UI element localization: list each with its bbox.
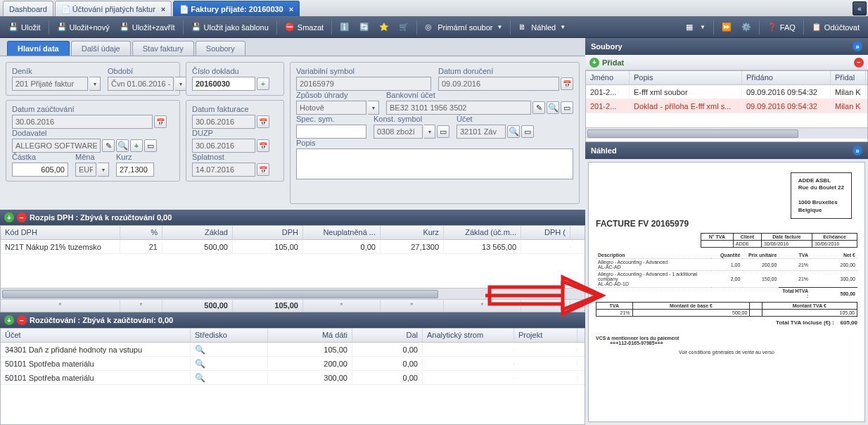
supplier-search-button[interactable]: 🔍 (116, 139, 129, 152)
tab-invoice-status[interactable]: Stav faktury (132, 41, 194, 56)
calendar-button[interactable]: 📅 (257, 163, 269, 176)
col-header[interactable]: DPH (233, 226, 303, 239)
expand-preview-button[interactable]: » (853, 146, 862, 156)
settings-button[interactable]: ⚙️ (737, 19, 755, 36)
variable-symbol-input[interactable] (296, 77, 431, 91)
bank-clear-button[interactable]: ▭ (561, 101, 573, 114)
table-row[interactable]: 50101 Spotřeba materiálu 🔍 300,00 0,00 (1, 371, 585, 385)
horizontal-scrollbar[interactable] (586, 127, 867, 139)
refresh-button[interactable]: 🔄 (355, 19, 374, 36)
table-row[interactable]: 201-2... Doklad - příloha E-fff xml s...… (586, 99, 867, 113)
description-input[interactable] (296, 148, 573, 179)
expand-right-panel-button[interactable]: « (853, 1, 867, 15)
bank-edit-button[interactable]: ✎ (532, 101, 545, 114)
posting-date-input[interactable] (12, 115, 153, 129)
const-symbol-input[interactable] (374, 125, 423, 139)
search-icon[interactable]: 🔍 (195, 345, 205, 355)
dropdown-button[interactable]: ▾ (98, 163, 109, 177)
delete-file-button[interactable]: − (854, 58, 864, 68)
remove-row-button[interactable]: − (17, 315, 27, 325)
rate-input[interactable] (116, 163, 154, 177)
tab-invoice-processing[interactable]: 📄 Účtování přijatých faktur × (55, 1, 172, 16)
add-row-button[interactable]: + (4, 212, 14, 222)
tax-date-input[interactable] (192, 139, 255, 153)
dropdown-button[interactable]: ▾ (424, 125, 435, 139)
tab-dashboard[interactable]: Dashboard (3, 1, 53, 16)
delivery-date-input[interactable] (438, 77, 559, 91)
nav-prev-button[interactable]: ⏩ (717, 19, 736, 36)
close-icon[interactable]: × (289, 5, 293, 13)
number-action-button[interactable]: + (257, 77, 269, 90)
journal-input[interactable] (12, 77, 88, 91)
amount-input[interactable] (12, 163, 68, 177)
col-header[interactable]: Základ (162, 226, 233, 239)
col-header[interactable]: Přidal (831, 71, 866, 84)
specific-symbol-input[interactable] (296, 125, 366, 139)
calendar-button[interactable]: 📅 (154, 115, 167, 128)
col-header[interactable]: Jméno (586, 71, 630, 84)
col-header[interactable]: Neuplatněná ... (303, 226, 381, 239)
calendar-button[interactable]: 📅 (257, 115, 269, 128)
save-close-button[interactable]: 💾Uložit+zavřít (115, 19, 179, 36)
table-row[interactable]: 34301 Daň z přidané hodnoty na vstupu 🔍 … (1, 343, 585, 357)
col-header[interactable]: Kurz (381, 226, 444, 239)
search-icon[interactable]: 🔍 (195, 373, 205, 383)
tab-files[interactable]: Soubory (196, 41, 245, 56)
dropdown-button[interactable]: ▾ (89, 77, 101, 91)
add-row-button[interactable]: + (4, 315, 14, 325)
col-header[interactable]: % (120, 226, 162, 239)
post-button[interactable]: 📋Odúčtovat (808, 19, 864, 36)
currency-input[interactable] (75, 163, 96, 177)
col-header[interactable]: Přidáno (742, 71, 831, 84)
remove-row-button[interactable]: − (17, 212, 27, 222)
doc-number-input[interactable] (192, 77, 255, 91)
col-header[interactable]: Dal (352, 329, 423, 342)
preview-button[interactable]: 🗎Náhled▼ (514, 19, 570, 36)
col-header[interactable]: DPH ( (521, 226, 570, 239)
calendar-button[interactable]: 📅 (561, 77, 573, 90)
supplier-edit-button[interactable]: ✎ (102, 139, 115, 152)
horizontal-scrollbar[interactable] (1, 288, 585, 299)
calendar-button[interactable]: 📅 (257, 139, 269, 152)
bank-account-input[interactable] (386, 101, 531, 115)
supplier-input[interactable] (12, 139, 101, 153)
tab-main-data[interactable]: Hlavní data (7, 41, 70, 56)
save-new-button[interactable]: 💾Uložit+nový (53, 19, 114, 36)
invoice-date-input[interactable] (192, 115, 255, 129)
tab-other-data[interactable]: Další údaje (71, 41, 131, 56)
tab-invoice-detail[interactable]: 📄 Faktury přijaté: 20160030 × (173, 1, 300, 16)
add-file-button[interactable]: + (589, 58, 599, 68)
supplier-clear-button[interactable]: ▭ (144, 139, 157, 152)
payment-method-input[interactable] (296, 101, 366, 115)
star-button[interactable]: ⭐ (375, 19, 393, 36)
faq-button[interactable]: ❓FAQ (763, 19, 800, 36)
ks-clear-button[interactable]: ▭ (437, 125, 449, 138)
info-button[interactable]: ℹ️ (336, 19, 354, 36)
col-header[interactable]: Kód DPH (1, 226, 120, 239)
save-template-button[interactable]: 💾Uložit jako šablonu (187, 19, 273, 36)
col-header[interactable]: Analytický strom (423, 329, 514, 342)
search-icon[interactable]: 🔍 (195, 359, 205, 369)
supplier-add-button[interactable]: + (130, 139, 143, 152)
dropdown-button[interactable]: ▾ (368, 101, 379, 115)
layout-button[interactable]: ▦▼ (682, 19, 710, 36)
account-input[interactable] (457, 125, 506, 139)
bank-search-button[interactable]: 🔍 (547, 101, 559, 114)
delete-button[interactable]: ⛔Smazat (281, 19, 328, 36)
dropdown-button[interactable]: ▾ (175, 77, 186, 91)
col-header[interactable]: Základ (úč.m... (444, 226, 521, 239)
table-row[interactable]: 201-2... E-fff xml soubor 09.09.2016 09:… (586, 85, 867, 99)
cart-button[interactable]: 🛒 (395, 19, 413, 36)
period-input[interactable] (108, 77, 174, 91)
col-header[interactable]: Středisko (191, 329, 268, 342)
table-row[interactable]: 50101 Spotřeba materiálu 🔍 200,00 0,00 (1, 357, 585, 371)
col-header[interactable]: Účet (1, 329, 191, 342)
account-search-button[interactable]: 🔍 (507, 125, 520, 138)
table-row[interactable]: N21T Nákup 21% tuzemsko 21 500,00 105,00… (1, 240, 585, 254)
close-icon[interactable]: × (161, 5, 165, 13)
due-date-input[interactable] (192, 163, 255, 177)
expand-files-button[interactable]: » (853, 42, 862, 51)
save-button[interactable]: 💾Uložit (4, 19, 45, 36)
col-header[interactable]: Popis (630, 71, 742, 84)
primary-file-button[interactable]: ◎Primární soubor▼ (421, 19, 506, 36)
